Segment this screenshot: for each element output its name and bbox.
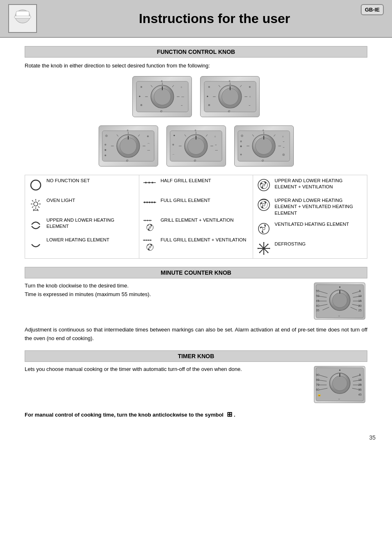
ventilated-icon: [256, 221, 271, 236]
upper-lower-vent-icon: [256, 178, 271, 192]
svg-point-40: [120, 137, 137, 154]
svg-text:80: 80: [316, 378, 319, 381]
svg-text:40: 40: [316, 304, 319, 307]
svg-text:10: 10: [358, 294, 362, 297]
svg-text:25: 25: [358, 383, 362, 386]
minute-section: Turn the knob clockwise to the desired t…: [25, 283, 367, 320]
svg-text:✳: ✳: [140, 85, 143, 88]
upper-lower-label: UPPER AND LOWER HEATING ELEMENT: [46, 217, 136, 230]
svg-text:⌣: ⌣: [338, 314, 340, 317]
function-upper-lower: UPPER AND LOWER HEATING ELEMENT: [25, 215, 139, 234]
svg-text:50: 50: [316, 294, 319, 297]
svg-text:❊: ❊: [104, 144, 106, 146]
upper-lower-ventilated-icon: [256, 197, 271, 212]
function-half-grill: HALF GRILL ELEMENT: [139, 175, 253, 195]
svg-text:⌒: ⌒: [147, 143, 150, 146]
svg-text:❊: ❊: [240, 140, 242, 142]
no-function-icon: [28, 178, 43, 192]
svg-point-156: [263, 254, 265, 255]
svg-text:0: 0: [161, 79, 162, 82]
knob-diagram-4: ✦ ❊ ⌒ ○ ⌣ — 0 ⏱: [166, 125, 226, 167]
svg-text:15: 15: [358, 299, 362, 302]
functions-table: NO FUNCTION SET: [25, 175, 367, 259]
svg-point-191: [332, 376, 347, 391]
svg-text:✳: ✳: [248, 85, 251, 88]
svg-point-131: [149, 227, 151, 228]
svg-text:⏱: ⏱: [194, 159, 196, 162]
svg-point-188: [339, 286, 340, 287]
logo: ✂: [8, 4, 37, 33]
svg-text:0: 0: [195, 129, 196, 131]
defrosting-icon: [256, 241, 271, 256]
timer-knob: 90 80 70 60 5 15 25 35 🔒: [314, 366, 367, 403]
function-upper-lower-vent: UPPER AND LOWER HEATING ELEMENT + VENTIL…: [253, 175, 367, 195]
svg-text:45: 45: [358, 393, 362, 396]
svg-text:25: 25: [358, 309, 362, 312]
svg-text:○: ○: [180, 85, 182, 88]
svg-point-92: [31, 180, 41, 190]
minute-knob-diagram: 55 50 45 40 35 5 10 15: [314, 283, 365, 320]
half-grill-icon: [143, 178, 157, 192]
grill-ventilation-icon: [143, 217, 157, 232]
svg-point-106: [148, 182, 150, 183]
svg-text:—: —: [147, 148, 150, 151]
svg-text:⏱: ⏱: [160, 110, 163, 113]
knob-diagrams-top: ✳ ✦ ❈ ○ — ⌣ 0 ⏱: [25, 76, 367, 117]
timer-knob-header: TIMER KNOB: [25, 350, 367, 362]
svg-text:⌣: ⌣: [338, 397, 340, 400]
svg-line-98: [32, 200, 33, 202]
svg-point-133: [145, 239, 147, 241]
svg-text:⌣: ⌣: [283, 145, 285, 148]
svg-text:◎: ◎: [241, 134, 243, 137]
country-badge: GB-IE: [361, 4, 384, 15]
minute-text: Turn the knob clockwise to the desired t…: [25, 283, 306, 297]
svg-point-75: [256, 137, 272, 154]
svg-point-165: [332, 293, 347, 308]
timer-knob-diagram: 90 80 70 60 5 15 25 35 🔒: [314, 366, 365, 403]
svg-point-142: [149, 246, 151, 248]
svg-text:45: 45: [316, 299, 319, 302]
svg-text:0: 0: [263, 129, 264, 131]
svg-point-148: [263, 204, 265, 206]
svg-text:❈: ❈: [208, 104, 210, 107]
functions-col-1: NO FUNCTION SET: [25, 175, 139, 259]
svg-text:○: ○: [214, 134, 216, 137]
svg-point-23: [221, 88, 238, 105]
page-number: 35: [0, 430, 392, 445]
upper-lower-vent-label: UPPER AND LOWER HEATING ELEMENT + VENTIL…: [274, 178, 364, 190]
svg-text:55: 55: [316, 290, 319, 292]
function-defrosting: DEFROSTING: [253, 239, 367, 258]
svg-point-123: [144, 220, 145, 221]
svg-point-159: [259, 244, 261, 245]
svg-point-116: [154, 202, 155, 203]
svg-text:◎: ◎: [105, 134, 108, 137]
page-title: Instructions for the user: [45, 11, 384, 26]
svg-text:⏱: ⏱: [228, 110, 231, 113]
svg-point-112: [144, 202, 145, 203]
minute-text-2: Time is expressed in minutes (maximum 55…: [25, 291, 306, 297]
svg-line-100: [38, 200, 39, 202]
svg-point-113: [146, 202, 148, 203]
svg-point-160: [267, 252, 269, 253]
svg-point-105: [145, 182, 147, 183]
svg-text:15: 15: [358, 378, 362, 381]
svg-text:❊: ❊: [172, 144, 174, 146]
svg-text:❋: ❋: [240, 145, 242, 147]
svg-text:🔒: 🔒: [317, 392, 321, 396]
svg-text:0: 0: [127, 129, 128, 131]
svg-point-114: [149, 202, 150, 203]
svg-rect-3: [14, 16, 31, 18]
svg-point-212: [339, 370, 340, 371]
svg-text:⏱: ⏱: [261, 159, 264, 162]
knob-diagrams-bottom: ◎ ❊ ❋ ❄ ✳ ⌒ — 0 ⏱: [25, 125, 367, 167]
knob-diagram-5: ◎ ❊ ❋ ❈ ○ ⌣ ⌣ ◎ 0 ⏱: [234, 125, 294, 167]
function-control-header: FUNCTION CONTROL KNOB: [25, 46, 367, 58]
svg-text:⌣: ⌣: [215, 143, 217, 146]
svg-text:⌣: ⌣: [283, 139, 285, 142]
svg-text:❋: ❋: [104, 149, 106, 151]
defrosting-label: DEFROSTING: [274, 241, 305, 248]
svg-text:—: —: [181, 95, 184, 97]
svg-line-99: [38, 206, 39, 208]
function-upper-lower-ventilated: UPPER AND LOWER HEATING ELEMENT + VENTIL…: [253, 195, 367, 219]
svg-point-115: [151, 202, 153, 203]
